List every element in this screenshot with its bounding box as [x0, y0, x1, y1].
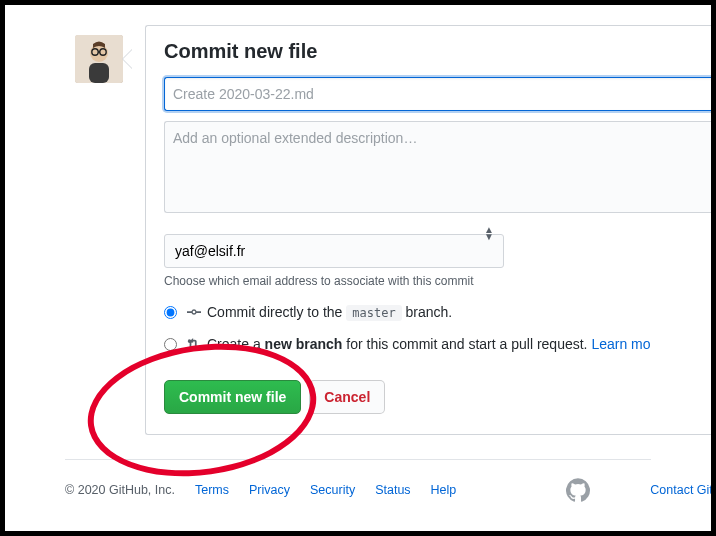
email-helper-text: Choose which email address to associate …	[164, 274, 716, 288]
commit-direct-label: Commit directly to the master branch.	[207, 304, 452, 320]
commit-direct-radio-row[interactable]: Commit directly to the master branch.	[164, 304, 716, 320]
commit-newbranch-radio[interactable]	[164, 338, 177, 351]
footer-terms-link[interactable]: Terms	[195, 483, 229, 497]
avatar	[75, 35, 123, 83]
footer-status-link[interactable]: Status	[375, 483, 410, 497]
footer-contact-link[interactable]: Contact Git	[650, 483, 713, 497]
commit-email-select[interactable]: yaf@elsif.fr	[164, 234, 504, 268]
commit-subject-input[interactable]	[164, 77, 716, 111]
commit-form: Commit new file yaf@elsif.fr ▲▼ Choose w…	[145, 25, 716, 435]
cancel-button[interactable]: Cancel	[309, 380, 385, 414]
git-pull-request-icon	[187, 337, 201, 351]
svg-rect-2	[89, 63, 109, 83]
commit-newbranch-label: Create a new branch for this commit and …	[207, 336, 651, 352]
branch-name-tag: master	[346, 305, 401, 321]
github-logo-icon[interactable]	[566, 478, 590, 502]
commit-new-file-button[interactable]: Commit new file	[164, 380, 301, 414]
learn-more-link[interactable]: Learn mo	[591, 336, 650, 352]
commit-newbranch-radio-row[interactable]: Create a new branch for this commit and …	[164, 336, 716, 352]
footer-copyright: © 2020 GitHub, Inc.	[65, 483, 175, 497]
footer: © 2020 GitHub, Inc. Terms Privacy Securi…	[5, 460, 711, 502]
commit-direct-radio[interactable]	[164, 306, 177, 319]
git-commit-icon	[187, 305, 201, 319]
commit-heading: Commit new file	[164, 40, 716, 63]
footer-security-link[interactable]: Security	[310, 483, 355, 497]
footer-help-link[interactable]: Help	[431, 483, 457, 497]
footer-privacy-link[interactable]: Privacy	[249, 483, 290, 497]
commit-description-textarea[interactable]	[164, 121, 716, 213]
